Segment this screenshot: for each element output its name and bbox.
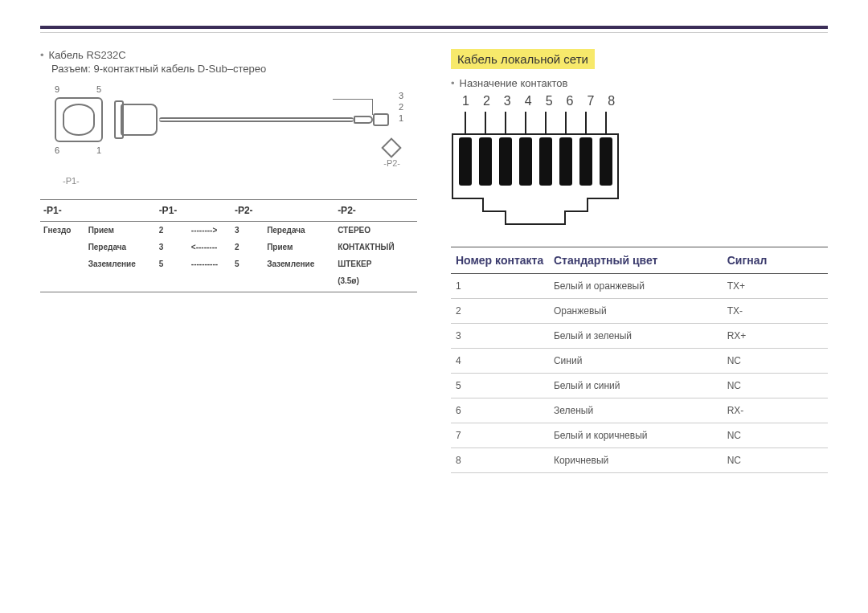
cell: Белый и оранжевый — [549, 274, 723, 299]
rs232-pin-table: -P1- -P1- -P2- -P2- Гнездо Прием 2 -----… — [40, 199, 417, 292]
rj45-diagram: 1 2 3 4 5 6 7 8 — [451, 94, 828, 232]
pin-assignment-label: Назначение контактов — [460, 77, 568, 89]
jack-pin-2: 2 — [399, 102, 403, 112]
cell: NC — [723, 374, 828, 398]
header-rule-thick — [40, 26, 828, 29]
cell: ШТЕКЕР — [334, 255, 417, 272]
connector-body-icon — [121, 104, 158, 136]
pin-num: 5 — [546, 94, 553, 108]
cell: --------> — [188, 222, 231, 239]
th-pin: Номер контакта — [451, 247, 549, 274]
lan-cable-heading: Кабель локальной сети — [451, 49, 595, 69]
table-row: 3Белый и зеленыйRX+ — [451, 324, 828, 349]
jack-hex-icon — [381, 137, 401, 157]
cell: Передача — [85, 239, 156, 255]
rs232-title-line: • Кабель RS232C — [40, 49, 417, 61]
dsub-pin-5: 5 — [96, 84, 101, 94]
th-p2a: -P2- — [231, 200, 264, 222]
pin-num: 7 — [587, 94, 594, 108]
cell: NC — [723, 423, 828, 448]
lead-line-icon — [372, 99, 373, 115]
dsub-pin-1: 1 — [96, 145, 101, 155]
pin-num: 2 — [483, 94, 490, 108]
bullet-icon: • — [451, 77, 455, 89]
jack-pin-1: 1 — [399, 113, 403, 123]
jack-barrel-icon — [373, 113, 389, 126]
two-column-layout: • Кабель RS232C Разъем: 9-контактный каб… — [40, 49, 828, 473]
pin-num: 8 — [608, 94, 615, 108]
cell: Белый и коричневый — [549, 423, 723, 448]
table-row: Передача 3 <-------- 2 Прием КОНТАКТНЫЙ — [40, 239, 417, 255]
cell: ---------- — [188, 255, 231, 272]
th-p2b: -P2- — [334, 200, 417, 222]
cell: RX- — [723, 398, 828, 423]
jack-tip-icon — [354, 116, 373, 124]
cell — [40, 255, 85, 272]
cell: 2 — [231, 239, 264, 255]
cell: Коричневый — [549, 448, 723, 473]
cell: Заземление — [85, 255, 156, 272]
cell — [264, 272, 334, 292]
svg-rect-10 — [499, 137, 512, 186]
cell: (3.5ø) — [334, 272, 417, 292]
cell: 1 — [451, 274, 549, 299]
lan-pin-table: Номер контакта Стандартный цвет Сигнал 1… — [451, 247, 828, 473]
cell: Оранжевый — [549, 299, 723, 324]
pin-assignment-line: • Назначение контактов — [451, 77, 828, 89]
table-row: Заземление 5 ---------- 5 Заземление ШТЕ… — [40, 255, 417, 272]
cell: 7 — [451, 423, 549, 448]
th-p1a: -P1- — [40, 200, 85, 222]
table-row: 5Белый и синийNC — [451, 374, 828, 398]
pin-num: 3 — [504, 94, 511, 108]
cell: Зеленый — [549, 398, 723, 423]
cell: Заземление — [264, 255, 334, 272]
cell: Белый и зеленый — [549, 324, 723, 349]
rs232-diagram: 9 5 6 1 3 2 1 -P1- -P2- — [40, 83, 402, 191]
svg-rect-9 — [479, 137, 492, 186]
table-row: 6ЗеленыйRX- — [451, 398, 828, 423]
cell: КОНТАКТНЫЙ — [334, 239, 417, 255]
svg-rect-11 — [519, 137, 532, 186]
cell: Передача — [264, 222, 334, 239]
cell: 2 — [156, 222, 188, 239]
cell — [188, 272, 231, 292]
rj45-pin-numbers: 1 2 3 4 5 6 7 8 — [462, 94, 828, 108]
cell: 5 — [156, 255, 188, 272]
p2-caption: -P2- — [383, 158, 400, 168]
jack-pin-3: 3 — [399, 91, 403, 100]
svg-rect-8 — [459, 137, 472, 186]
rs232-cable-title: Кабель RS232C — [49, 49, 126, 61]
svg-rect-14 — [579, 137, 592, 186]
cell — [40, 239, 85, 255]
table-row: 7Белый и коричневыйNC — [451, 423, 828, 448]
p1-caption: -P1- — [63, 176, 80, 186]
cell — [85, 272, 156, 292]
cell: NC — [723, 448, 828, 473]
cell: 5 — [231, 255, 264, 272]
cell: 2 — [451, 299, 549, 324]
table-row: 8КоричневыйNC — [451, 448, 828, 473]
pin-num: 1 — [462, 94, 469, 108]
cell: Прием — [85, 222, 156, 239]
cell: TX- — [723, 299, 828, 324]
cell: 5 — [451, 374, 549, 398]
dsub-pin-9: 9 — [55, 84, 59, 94]
cell: 3 — [231, 222, 264, 239]
cell: 3 — [156, 239, 188, 255]
dsub-inner-icon — [63, 104, 95, 136]
table-header-row: -P1- -P1- -P2- -P2- — [40, 200, 417, 222]
cell: TX+ — [723, 274, 828, 299]
cell: 6 — [451, 398, 549, 423]
cell — [40, 272, 85, 292]
left-column: • Кабель RS232C Разъем: 9-контактный каб… — [40, 49, 417, 473]
cell: NC — [723, 349, 828, 374]
pin-num: 4 — [525, 94, 532, 108]
table-row: 1Белый и оранжевыйTX+ — [451, 274, 828, 299]
table-row: 4СинийNC — [451, 349, 828, 374]
th-signal: Сигнал — [723, 247, 828, 274]
cell: Гнездо — [40, 222, 85, 239]
header-rule-thin — [40, 32, 828, 33]
cell: Прием — [264, 239, 334, 255]
table-row: (3.5ø) — [40, 272, 417, 292]
pin-num: 6 — [567, 94, 574, 108]
